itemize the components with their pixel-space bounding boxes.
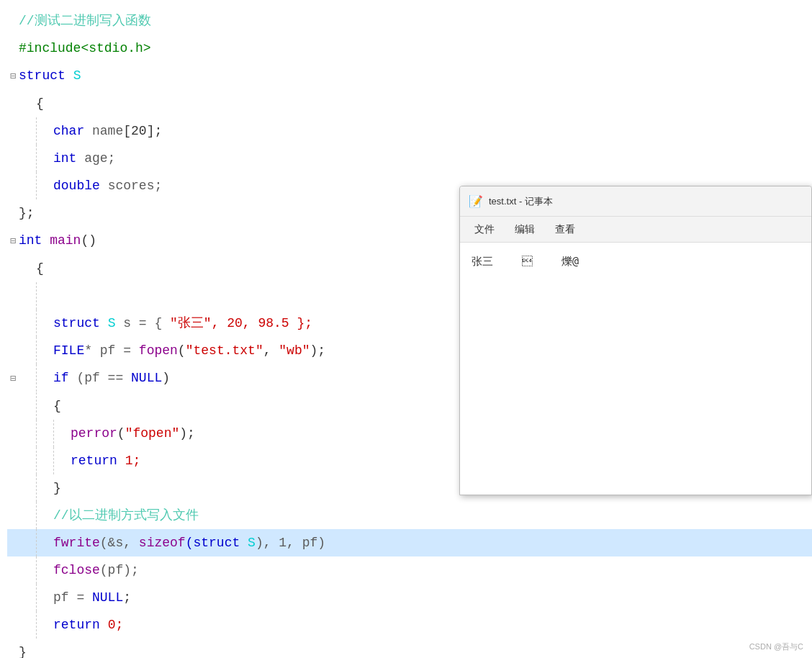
indent-guide [36, 529, 53, 556]
token: NULL [131, 371, 162, 385]
token: ); [310, 343, 326, 358]
token: int [19, 233, 50, 248]
token: 0; [108, 618, 124, 632]
fold-button[interactable]: ⊟ [7, 63, 19, 90]
token: { [36, 96, 44, 111]
notepad-titlebar: 📝 test.txt - 记事本 [460, 186, 811, 217]
menu-view[interactable]: 查看 [546, 220, 584, 239]
token: } [19, 645, 27, 658]
indent-guide [19, 447, 36, 474]
code-line: } [7, 639, 812, 658]
indent-guide [36, 145, 53, 172]
token: int [53, 151, 84, 166]
token: () [81, 233, 96, 248]
notepad-title: test.txt - 记事本 [489, 195, 553, 208]
code-line-content: pf = NULL; [19, 584, 812, 611]
token: S [248, 536, 256, 550]
notepad-text-encoded: 爍@ [561, 251, 579, 271]
indent-guide [19, 90, 36, 117]
indent-guide [19, 529, 36, 556]
code-line-content: return 0; [19, 611, 812, 639]
code-line-content: fwrite(&s, sizeof(struct S), 1, pf) [19, 529, 812, 556]
indent-guide [36, 474, 53, 502]
indent-guide [53, 420, 71, 447]
token: if [53, 371, 76, 385]
token: sizeof [139, 536, 186, 550]
code-line: pf = NULL; [7, 584, 812, 611]
notepad-window: 📝 test.txt - 记事本 文件 编辑 查看 张三  爍@ [459, 186, 812, 495]
token: { [53, 399, 61, 413]
indent-guide [19, 364, 36, 392]
token: pf = [53, 590, 92, 605]
token: { [36, 261, 44, 276]
token: #include<stdio.h> [19, 41, 151, 55]
code-line: fwrite(&s, sizeof(struct S), 1, pf) [7, 529, 812, 556]
indent-guide [36, 392, 53, 420]
indent-guide [19, 584, 36, 611]
token: ( [117, 426, 125, 441]
notepad-menubar[interactable]: 文件 编辑 查看 [460, 217, 811, 243]
menu-edit[interactable]: 编辑 [506, 220, 543, 239]
token: "test.txt" [186, 343, 263, 358]
indent-guide [19, 310, 36, 337]
token: ); [179, 426, 195, 441]
code-line: int age; [7, 145, 812, 172]
indent-guide [36, 420, 53, 447]
indent-guide [19, 145, 36, 172]
token: struct [53, 316, 108, 330]
token: //以二进制方式写入文件 [53, 508, 199, 523]
token: ; [123, 590, 131, 605]
code-line: //测试二进制写入函数 [7, 7, 812, 35]
token: fclose [53, 563, 100, 577]
indent-guide [53, 447, 71, 474]
token: age; [84, 151, 115, 166]
indent-guide [19, 611, 36, 639]
indent-guide [19, 117, 36, 145]
token: (pf); [100, 563, 139, 577]
code-line: { [7, 90, 812, 117]
code-line-content: #include<stdio.h> [19, 35, 812, 62]
indent-guide [19, 282, 36, 310]
fold-button[interactable]: ⊟ [7, 365, 19, 392]
indent-guide [19, 255, 36, 282]
token: ( [178, 343, 186, 358]
indent-guide [19, 172, 36, 199]
code-line-content: //以二进制方式写入文件 [19, 502, 812, 529]
fold-button[interactable]: ⊟ [7, 227, 19, 255]
indent-guide [36, 310, 53, 337]
token: main [50, 233, 81, 248]
code-line: char name[20]; [7, 117, 812, 145]
token: "张三" [170, 316, 212, 330]
code-line-content: //测试二进制写入函数 [19, 7, 812, 35]
menu-file[interactable]: 文件 [466, 220, 503, 239]
token: fwrite [53, 536, 100, 550]
token: , 20, 98.5 }; [212, 316, 312, 330]
token: //测试二进制写入函数 [19, 14, 151, 28]
indent-guide [36, 556, 53, 584]
token: (struct [186, 536, 248, 550]
indent-guide [19, 556, 36, 584]
token: * pf = [84, 343, 139, 358]
code-line-content: struct S [19, 62, 812, 89]
code-line: #include<stdio.h> [7, 35, 812, 62]
token: "wb" [279, 343, 310, 358]
token: double [53, 179, 108, 193]
code-line: ⊟struct S [7, 62, 812, 90]
token: "fopen" [125, 426, 180, 441]
code-line-content: char name[20]; [19, 117, 812, 145]
indent-guide [36, 611, 53, 639]
token: s = { [123, 316, 170, 330]
token: ), 1, pf) [256, 536, 325, 550]
code-line: return 0; [7, 611, 812, 639]
token: }; [19, 206, 35, 220]
token: fopen [139, 343, 178, 358]
token: , [263, 343, 279, 358]
indent-guide [36, 447, 53, 474]
token: (pf == [76, 371, 131, 385]
notepad-text-name: 张三 [472, 251, 493, 271]
indent-guide [36, 364, 53, 392]
indent-guide [19, 502, 36, 529]
token: NULL [92, 590, 123, 605]
indent-guide [19, 392, 36, 420]
code-line-content: } [19, 639, 812, 658]
